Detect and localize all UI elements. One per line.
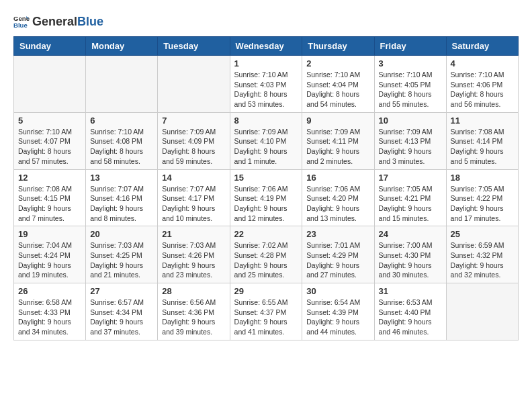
day-cell: 8Sunrise: 7:09 AMSunset: 4:10 PMDaylight… <box>230 112 302 169</box>
day-info: Sunrise: 6:56 AMSunset: 4:36 PMDaylight:… <box>162 298 225 337</box>
week-row-1: 1Sunrise: 7:10 AMSunset: 4:03 PMDaylight… <box>14 56 519 113</box>
day-cell: 24Sunrise: 7:00 AMSunset: 4:30 PMDayligh… <box>374 226 446 283</box>
day-cell: 31Sunrise: 6:53 AMSunset: 4:40 PMDayligh… <box>374 283 446 340</box>
day-info: Sunrise: 7:09 AMSunset: 4:09 PMDaylight:… <box>162 127 225 167</box>
day-info: Sunrise: 7:03 AMSunset: 4:26 PMDaylight:… <box>162 240 225 280</box>
day-number: 10 <box>379 116 442 126</box>
day-info: Sunrise: 7:05 AMSunset: 4:21 PMDaylight:… <box>379 184 442 224</box>
day-info: Sunrise: 7:10 AMSunset: 4:04 PMDaylight:… <box>306 70 369 109</box>
day-number: 9 <box>306 116 369 126</box>
day-number: 26 <box>18 286 81 296</box>
day-number: 4 <box>451 58 514 68</box>
weekday-header-monday: Monday <box>86 37 158 56</box>
day-info: Sunrise: 6:53 AMSunset: 4:40 PMDaylight:… <box>379 298 442 337</box>
day-cell: 19Sunrise: 7:04 AMSunset: 4:24 PMDayligh… <box>14 226 86 283</box>
day-cell: 16Sunrise: 7:06 AMSunset: 4:20 PMDayligh… <box>302 169 374 226</box>
weekday-header-tuesday: Tuesday <box>158 37 230 56</box>
weekday-header-wednesday: Wednesday <box>230 37 302 56</box>
day-number: 14 <box>162 173 225 183</box>
calendar-table: SundayMondayTuesdayWednesdayThursdayFrid… <box>13 36 519 340</box>
day-info: Sunrise: 7:07 AMSunset: 4:17 PMDaylight:… <box>162 184 225 224</box>
day-number: 8 <box>234 116 298 126</box>
day-number: 7 <box>162 116 225 126</box>
day-cell <box>14 56 86 113</box>
day-number: 23 <box>306 229 369 239</box>
day-info: Sunrise: 7:09 AMSunset: 4:13 PMDaylight:… <box>379 127 442 167</box>
day-number: 17 <box>379 173 442 183</box>
day-cell <box>446 283 518 340</box>
day-number: 16 <box>306 173 369 183</box>
day-number: 29 <box>234 286 298 296</box>
day-number: 3 <box>379 58 442 68</box>
day-info: Sunrise: 7:03 AMSunset: 4:25 PMDaylight:… <box>90 240 153 280</box>
day-cell <box>158 56 230 113</box>
week-row-5: 26Sunrise: 6:58 AMSunset: 4:33 PMDayligh… <box>14 283 519 340</box>
day-cell: 6Sunrise: 7:10 AMSunset: 4:08 PMDaylight… <box>86 112 158 169</box>
day-number: 6 <box>90 116 153 126</box>
day-number: 21 <box>162 229 225 239</box>
day-info: Sunrise: 7:01 AMSunset: 4:29 PMDaylight:… <box>306 240 369 280</box>
day-cell: 9Sunrise: 7:09 AMSunset: 4:11 PMDaylight… <box>302 112 374 169</box>
logo-blue: Blue <box>77 15 103 28</box>
day-number: 13 <box>90 173 153 183</box>
day-info: Sunrise: 7:07 AMSunset: 4:16 PMDaylight:… <box>90 184 153 224</box>
day-cell: 22Sunrise: 7:02 AMSunset: 4:28 PMDayligh… <box>230 226 302 283</box>
logo-general: General <box>32 15 77 28</box>
day-info: Sunrise: 7:06 AMSunset: 4:19 PMDaylight:… <box>234 184 298 224</box>
day-info: Sunrise: 7:08 AMSunset: 4:15 PMDaylight:… <box>18 184 81 224</box>
day-cell: 13Sunrise: 7:07 AMSunset: 4:16 PMDayligh… <box>86 169 158 226</box>
day-number: 11 <box>451 116 514 126</box>
day-info: Sunrise: 6:57 AMSunset: 4:34 PMDaylight:… <box>90 298 153 337</box>
day-number: 27 <box>90 286 153 296</box>
logo-text: GeneralBlue <box>32 15 103 29</box>
logo: General Blue GeneralBlue <box>13 13 103 30</box>
day-cell: 11Sunrise: 7:08 AMSunset: 4:14 PMDayligh… <box>446 112 518 169</box>
day-info: Sunrise: 6:55 AMSunset: 4:37 PMDaylight:… <box>234 298 298 337</box>
day-number: 12 <box>18 173 81 183</box>
svg-text:Blue: Blue <box>13 21 28 29</box>
day-cell: 18Sunrise: 7:05 AMSunset: 4:22 PMDayligh… <box>446 169 518 226</box>
day-cell: 20Sunrise: 7:03 AMSunset: 4:25 PMDayligh… <box>86 226 158 283</box>
weekday-header-row: SundayMondayTuesdayWednesdayThursdayFrid… <box>14 37 519 56</box>
day-number: 24 <box>379 229 442 239</box>
day-cell: 25Sunrise: 6:59 AMSunset: 4:32 PMDayligh… <box>446 226 518 283</box>
week-row-4: 19Sunrise: 7:04 AMSunset: 4:24 PMDayligh… <box>14 226 519 283</box>
day-info: Sunrise: 7:06 AMSunset: 4:20 PMDaylight:… <box>306 184 369 224</box>
day-cell: 2Sunrise: 7:10 AMSunset: 4:04 PMDaylight… <box>302 56 374 113</box>
day-info: Sunrise: 7:10 AMSunset: 4:08 PMDaylight:… <box>90 127 153 167</box>
day-cell: 3Sunrise: 7:10 AMSunset: 4:05 PMDaylight… <box>374 56 446 113</box>
day-cell: 29Sunrise: 6:55 AMSunset: 4:37 PMDayligh… <box>230 283 302 340</box>
day-cell: 23Sunrise: 7:01 AMSunset: 4:29 PMDayligh… <box>302 226 374 283</box>
day-cell <box>86 56 158 113</box>
day-cell: 7Sunrise: 7:09 AMSunset: 4:09 PMDaylight… <box>158 112 230 169</box>
day-info: Sunrise: 7:10 AMSunset: 4:06 PMDaylight:… <box>451 70 514 109</box>
day-cell: 28Sunrise: 6:56 AMSunset: 4:36 PMDayligh… <box>158 283 230 340</box>
day-number: 22 <box>234 229 298 239</box>
day-number: 28 <box>162 286 225 296</box>
day-number: 5 <box>18 116 81 126</box>
day-number: 31 <box>379 286 442 296</box>
day-info: Sunrise: 7:05 AMSunset: 4:22 PMDaylight:… <box>451 184 514 224</box>
day-number: 20 <box>90 229 153 239</box>
day-info: Sunrise: 6:58 AMSunset: 4:33 PMDaylight:… <box>18 298 81 337</box>
day-cell: 12Sunrise: 7:08 AMSunset: 4:15 PMDayligh… <box>14 169 86 226</box>
weekday-header-friday: Friday <box>374 37 446 56</box>
day-cell: 1Sunrise: 7:10 AMSunset: 4:03 PMDaylight… <box>230 56 302 113</box>
day-info: Sunrise: 6:59 AMSunset: 4:32 PMDaylight:… <box>451 240 514 280</box>
day-info: Sunrise: 7:02 AMSunset: 4:28 PMDaylight:… <box>234 240 298 280</box>
day-info: Sunrise: 7:09 AMSunset: 4:10 PMDaylight:… <box>234 127 298 167</box>
day-number: 18 <box>451 173 514 183</box>
day-cell: 15Sunrise: 7:06 AMSunset: 4:19 PMDayligh… <box>230 169 302 226</box>
day-info: Sunrise: 6:54 AMSunset: 4:39 PMDaylight:… <box>306 298 369 337</box>
day-info: Sunrise: 7:10 AMSunset: 4:07 PMDaylight:… <box>18 127 81 167</box>
day-cell: 27Sunrise: 6:57 AMSunset: 4:34 PMDayligh… <box>86 283 158 340</box>
day-info: Sunrise: 7:09 AMSunset: 4:11 PMDaylight:… <box>306 127 369 167</box>
day-info: Sunrise: 7:10 AMSunset: 4:05 PMDaylight:… <box>379 70 442 109</box>
day-info: Sunrise: 7:04 AMSunset: 4:24 PMDaylight:… <box>18 240 81 280</box>
day-cell: 26Sunrise: 6:58 AMSunset: 4:33 PMDayligh… <box>14 283 86 340</box>
day-number: 15 <box>234 173 298 183</box>
day-cell: 17Sunrise: 7:05 AMSunset: 4:21 PMDayligh… <box>374 169 446 226</box>
day-number: 30 <box>306 286 369 296</box>
logo-icon: General Blue <box>13 13 30 30</box>
day-info: Sunrise: 7:08 AMSunset: 4:14 PMDaylight:… <box>451 127 514 167</box>
